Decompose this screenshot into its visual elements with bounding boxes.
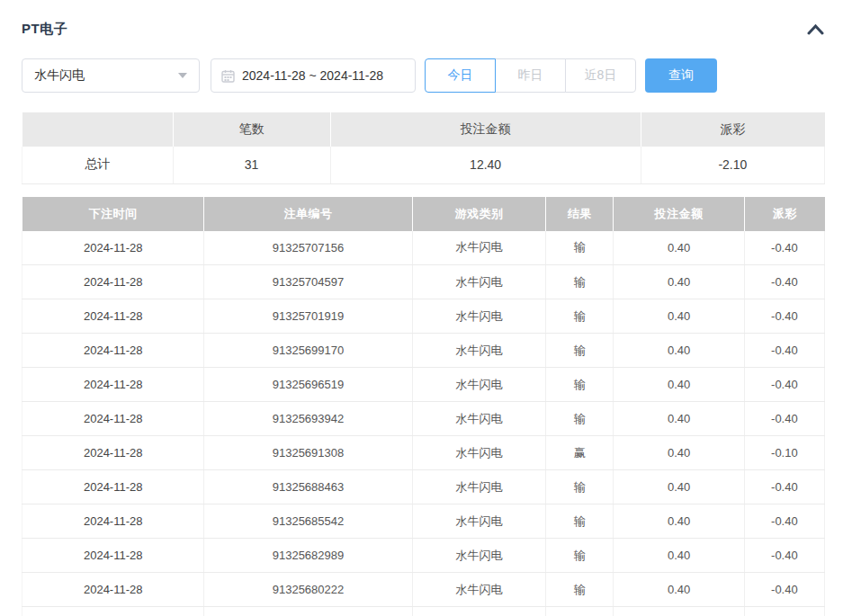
query-button[interactable]: 查询	[645, 58, 717, 93]
date-range-input[interactable]: 2024-11-28 ~ 2024-11-28	[211, 58, 416, 93]
cell-payout: -0.40	[744, 470, 824, 504]
cell-result: 输	[546, 607, 614, 616]
bet-table-body: 2024-11-2891325707156水牛闪电输0.40-0.402024-…	[22, 231, 825, 616]
cell-payout: -0.40	[744, 504, 824, 539]
table-row: 2024-11-2891325685542水牛闪电输0.40-0.40	[22, 504, 825, 539]
summary-col-payout: 派彩	[641, 112, 824, 147]
cell-game: 水牛闪电	[412, 231, 546, 265]
cell-game: 水牛闪电	[412, 607, 546, 616]
table-row: 2024-11-2891325688463水牛闪电输0.40-0.40	[22, 470, 825, 504]
table-row: 2024-11-2891325691308水牛闪电赢0.40-0.10	[22, 436, 825, 470]
chevron-up-icon	[807, 23, 824, 35]
bet-table-header-row: 下注时间 注单编号 游戏类别 结果 投注金额 派彩	[22, 197, 825, 231]
cell-payout: -0.10	[744, 436, 824, 470]
cell-order: 91325699170	[204, 334, 412, 368]
cell-order	[204, 607, 412, 616]
cell-order: 91325707156	[204, 231, 412, 265]
table-row: 2024-11-2891325680222水牛闪电输0.40-0.40	[22, 573, 825, 607]
cell-order: 91325680222	[204, 573, 412, 607]
summary-total-label: 总计	[22, 147, 174, 183]
cell-amount: 0.40	[614, 436, 744, 470]
pt-games-panel: PT电子 水牛闪电	[0, 21, 843, 616]
summary-total-payout: -2.10	[641, 147, 824, 183]
date-range-value: 2024-11-28 ~ 2024-11-28	[242, 68, 383, 83]
table-row: 2024-11-2891325707156水牛闪电输0.40-0.40	[22, 231, 825, 265]
cell-game: 水牛闪电	[412, 368, 546, 402]
today-button[interactable]: 今日	[425, 58, 496, 93]
page-title: PT电子	[22, 21, 67, 38]
summary-total-row: 总计 31 12.40 -2.10	[22, 147, 825, 183]
table-row: 2024-11-2891325699170水牛闪电输0.40-0.40	[22, 334, 825, 368]
table-row: 2024-11-2891325682989水牛闪电输0.40-0.40	[22, 539, 825, 573]
summary-header-row: 笔数 投注金额 派彩	[22, 112, 825, 147]
yesterday-button[interactable]: 昨日	[495, 58, 566, 93]
cell-order: 91325704597	[204, 265, 412, 299]
table-row: 2024-11-2891325693942水牛闪电输0.40-0.40	[22, 402, 825, 436]
cell-amount: 0.40	[614, 265, 744, 299]
summary-table: 笔数 投注金额 派彩 总计 31 12.40 -2.10	[22, 112, 825, 184]
game-select[interactable]: 水牛闪电	[22, 58, 200, 93]
cell-game: 水牛闪电	[412, 470, 546, 504]
cell-result: 输	[546, 231, 614, 265]
cell-payout: -0.40	[744, 573, 824, 607]
cell-result: 输	[546, 573, 614, 607]
filter-bar: 水牛闪电 2024-11-28 ~ 2024-11-28	[22, 58, 825, 93]
cell-game: 水牛闪电	[412, 334, 546, 368]
cell-amount: 0.40	[614, 470, 744, 504]
game-select-value: 水牛闪电	[34, 67, 85, 84]
cell-time: 2024-11-28	[22, 265, 204, 299]
col-result: 结果	[546, 197, 614, 231]
cell-order: 91325682989	[204, 539, 412, 573]
cell-result: 输	[546, 265, 614, 299]
cell-time: 2024-11-28	[22, 504, 204, 539]
cell-amount: 0.40	[614, 539, 744, 573]
cell-amount: 0.40	[614, 504, 744, 539]
cell-order: 91325685542	[204, 504, 412, 539]
cell-result: 输	[546, 368, 614, 402]
cell-game: 水牛闪电	[412, 402, 546, 436]
cell-game: 水牛闪电	[412, 436, 546, 470]
cell-time: 2024-11-28	[22, 402, 204, 436]
bet-records-table: 下注时间 注单编号 游戏类别 结果 投注金额 派彩 2024-11-289132…	[22, 197, 825, 616]
cell-order: 91325691308	[204, 436, 412, 470]
summary-col-amount: 投注金额	[330, 112, 641, 147]
quick-range-group: 今日 昨日 近8日	[425, 58, 636, 93]
cell-order: 91325696519	[204, 368, 412, 402]
cell-payout	[744, 607, 824, 616]
cell-game: 水牛闪电	[412, 265, 546, 299]
cell-amount	[614, 607, 744, 616]
cell-amount: 0.40	[614, 299, 744, 334]
cell-time: 2024-11-28	[22, 231, 204, 265]
cell-amount: 0.40	[614, 368, 744, 402]
cell-amount: 0.40	[614, 573, 744, 607]
summary-col-empty	[22, 112, 174, 147]
cell-payout: -0.40	[744, 299, 824, 334]
cell-order: 91325701919	[204, 299, 412, 334]
cell-time: 2024-11-28	[22, 368, 204, 402]
last-8-days-button[interactable]: 近8日	[565, 58, 636, 93]
cell-result: 输	[546, 504, 614, 539]
cell-order: 91325688463	[204, 470, 412, 504]
cell-payout: -0.40	[744, 402, 824, 436]
table-row: 2024-11-2891325696519水牛闪电输0.40-0.40	[22, 368, 825, 402]
cell-amount: 0.40	[614, 402, 744, 436]
cell-result: 输	[546, 470, 614, 504]
cell-time: 2024-11-28	[22, 470, 204, 504]
col-bet-time: 下注时间	[22, 197, 204, 231]
cell-payout: -0.40	[744, 334, 824, 368]
cell-time	[22, 607, 204, 616]
cell-result: 输	[546, 299, 614, 334]
cell-time: 2024-11-28	[22, 436, 204, 470]
col-bet-amount: 投注金额	[614, 197, 744, 231]
cell-time: 2024-11-28	[22, 539, 204, 573]
table-row: 2024-11-2891325701919水牛闪电输0.40-0.40	[22, 299, 825, 334]
cell-amount: 0.40	[614, 334, 744, 368]
table-row: 2024-11-2891325704597水牛闪电输0.40-0.40	[22, 265, 825, 299]
cell-time: 2024-11-28	[22, 334, 204, 368]
cell-time: 2024-11-28	[22, 573, 204, 607]
col-game-type: 游戏类别	[412, 197, 546, 231]
cell-payout: -0.40	[744, 368, 824, 402]
collapse-panel-button[interactable]	[805, 22, 825, 38]
summary-total-amount: 12.40	[330, 147, 641, 183]
cell-game: 水牛闪电	[412, 573, 546, 607]
